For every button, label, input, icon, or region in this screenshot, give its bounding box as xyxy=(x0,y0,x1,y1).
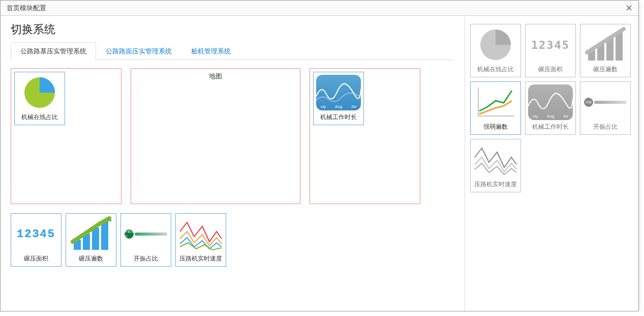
module-label: 压路机实时速度 xyxy=(474,180,517,189)
drop-zone-right[interactable]: uly Aug Se 机械工作时长 xyxy=(310,68,420,204)
layout-top-row: 机械在线占比 地图 xyxy=(11,68,454,204)
module-roller-speed[interactable]: 压路机实时速度 xyxy=(175,213,226,267)
gauge-icon: 开振 xyxy=(583,84,628,121)
tab-road-surface[interactable]: 公路路面压实管理系统 xyxy=(96,42,181,60)
pie-chart-icon xyxy=(17,74,62,111)
drop-zone-map[interactable]: 地图 xyxy=(131,68,300,204)
module-label: 强弱遍数 xyxy=(483,123,508,131)
close-icon[interactable]: × xyxy=(626,3,632,14)
module-library-panel: 机械在线占比 12345 碾压面积 碾压遍 xyxy=(465,16,638,311)
dialog-title: 首页模块配置 xyxy=(7,4,46,13)
module-label: 机械工作时长 xyxy=(532,123,569,131)
svg-rect-10 xyxy=(616,32,623,61)
digit-display-icon: 12345 xyxy=(528,26,573,63)
svg-rect-3 xyxy=(92,227,99,250)
wave-chart-icon: uly Aug Se xyxy=(528,84,573,121)
digit-display-icon: 12345 xyxy=(14,216,58,252)
module-label: 碾压遍数 xyxy=(593,65,618,74)
module-label: 碾压面积 xyxy=(538,65,563,74)
module-machine-online-ratio[interactable]: 机械在线占比 xyxy=(14,72,65,125)
module-label: 机械在线占比 xyxy=(477,65,514,74)
dialog-body: 切换系统 公路路基压实管理系统 公路路面压实管理系统 桩机管理系统 xyxy=(1,16,638,311)
module-compaction-area[interactable]: 12345 碾压面积 xyxy=(11,213,62,267)
module-label: 碾压遍数 xyxy=(79,254,103,263)
module-config-dialog: 首页模块配置 × 切换系统 公路路基压实管理系统 公路路面压实管理系统 桩机管理… xyxy=(0,0,639,311)
library-module-roller-speed[interactable]: 压路机实时速度 xyxy=(470,139,521,192)
trend-up-icon xyxy=(473,84,518,121)
library-module-machine-work-hours[interactable]: uly Aug Se 机械工作时长 xyxy=(525,81,576,135)
module-label: 压路机实时速度 xyxy=(179,254,222,263)
svg-rect-4 xyxy=(101,221,108,250)
tab-road-subgrade[interactable]: 公路路基压实管理系统 xyxy=(11,42,96,60)
left-panel: 切换系统 公路路基压实管理系统 公路路面压实管理系统 桩机管理系统 xyxy=(1,16,465,311)
layout-bottom-row: 12345 碾压面积 碾 xyxy=(11,213,454,267)
module-label: 机械工作时长 xyxy=(320,113,357,122)
module-label: 开振占比 xyxy=(593,123,618,131)
library-module-machine-online-ratio[interactable]: 机械在线占比 xyxy=(470,24,521,77)
gauge-icon: 开振占比 xyxy=(124,216,168,252)
bar-chart-icon xyxy=(69,216,113,252)
bar-chart-icon xyxy=(583,26,628,63)
section-title: 切换系统 xyxy=(11,22,454,37)
multi-line-chart-icon xyxy=(178,216,223,252)
tab-pile-machine[interactable]: 桩机管理系统 xyxy=(181,42,240,60)
drop-zone-left[interactable]: 机械在线占比 xyxy=(11,68,121,204)
library-module-strong-weak-passes[interactable]: 强弱遍数 xyxy=(470,81,521,135)
module-compaction-passes[interactable]: 碾压遍数 xyxy=(66,213,116,267)
library-module-compaction-passes[interactable]: 碾压遍数 xyxy=(580,24,631,77)
module-machine-work-hours[interactable]: uly Aug Se 机械工作时长 xyxy=(313,72,364,125)
map-zone-label: 地图 xyxy=(209,72,222,80)
dialog-header: 首页模块配置 × xyxy=(1,1,638,16)
pie-chart-icon xyxy=(473,26,518,63)
library-module-vibration-ratio[interactable]: 开振 开振占比 xyxy=(580,81,631,135)
wave-chart-icon: uly Aug Se xyxy=(316,74,361,111)
module-label: 机械在线占比 xyxy=(21,113,58,122)
multi-line-chart-icon xyxy=(473,141,518,178)
module-label: 碾压面积 xyxy=(24,254,48,263)
system-tabs: 公路路基压实管理系统 公路路面压实管理系统 桩机管理系统 xyxy=(11,42,454,60)
module-vibration-ratio[interactable]: 开振占比 开振占比 xyxy=(120,213,171,267)
library-module-compaction-area[interactable]: 12345 碾压面积 xyxy=(525,24,576,77)
module-label: 开振占比 xyxy=(134,254,158,263)
